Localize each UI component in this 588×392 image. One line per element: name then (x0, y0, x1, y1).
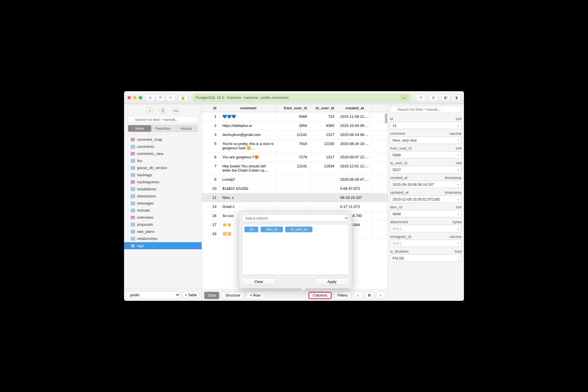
field-value-from_user_id[interactable]: 5569 (390, 151, 462, 159)
scrollbar-thumb[interactable] (385, 113, 387, 123)
cell[interactable]: 0-06 47.672 (338, 184, 372, 193)
table-row[interactable]: 5You're so pretty, this is a nice ni gor… (202, 139, 387, 153)
table-row[interactable]: 2https://tableplus.io165483832015-10-03 … (202, 121, 387, 130)
field-value-is_disabled[interactable]: FALSE (390, 254, 462, 262)
cell[interactable]: Lovely!! (220, 175, 277, 184)
sidebar-search-input[interactable] (127, 116, 198, 123)
filters-button[interactable]: Filters (334, 292, 351, 299)
sidebar-item-overviews[interactable]: overviews (124, 214, 202, 221)
cell[interactable]: Nice, v (220, 193, 277, 202)
sidebar-item-foo[interactable]: foo (124, 157, 202, 164)
next-page-button[interactable]: › (376, 292, 385, 299)
cell[interactable]: 1317 (311, 130, 338, 139)
cell[interactable]: 724 (311, 112, 338, 121)
cell[interactable]: 7178 (277, 153, 311, 161)
tab-items[interactable]: Items (128, 125, 151, 132)
column-chip[interactable]: item_id (261, 227, 283, 232)
cell[interactable]: 1 (202, 112, 220, 121)
tab-favorites[interactable]: Favorites (151, 125, 174, 132)
cell[interactable]: 5569 (277, 112, 311, 121)
commit-button[interactable]: ≡ (166, 94, 175, 101)
sidebar-item-relationships[interactable]: relationships (124, 235, 202, 242)
cell[interactable]: 09-19 24.337 (338, 193, 372, 202)
cell[interactable]: 12141 (277, 130, 311, 139)
field-value-created_at[interactable]: 2015-09-19 08:38:24.337 (390, 181, 462, 188)
inspector-search-input[interactable] (390, 106, 462, 113)
cell[interactable]: 2015-11-09 21:11:21.614 (338, 112, 372, 121)
cell[interactable]: 1654 (277, 121, 311, 130)
table-row[interactable]: 8Lovely!!2015-08-26 47.204 (202, 175, 387, 184)
cell[interactable]: 7910 (277, 139, 311, 152)
cell[interactable]: 2015-10-03 09:40:55.756 (338, 121, 372, 130)
sidebar-item-installations[interactable]: installations (124, 186, 202, 193)
toggle-right-panel-button[interactable]: ◨ (451, 94, 461, 101)
sidebar-item-mutuals[interactable]: mutuals (124, 207, 202, 214)
cell[interactable]: 0-17 11.573 (338, 202, 372, 211)
cell[interactable]: 17 (202, 220, 220, 229)
table-row[interactable]: 10$2a$10 4ZuS910-06 47.672 (202, 184, 387, 193)
sidebar-item-comments[interactable]: comments (124, 143, 202, 150)
columns-button[interactable]: Columns (308, 292, 331, 299)
sidebar-item-messages[interactable]: messages (124, 200, 202, 207)
toggle-left-panel-button[interactable]: ◧ (441, 94, 450, 101)
cell[interactable]: $2a$10 4ZuS91 (220, 184, 277, 193)
cell[interactable]: 2015-09-07 22:14:12.826 (338, 153, 372, 161)
cell[interactable]: 2015-08-26 47.204 (338, 175, 372, 184)
cell[interactable]: 2015-08-29 19:47:41.801 (338, 139, 372, 152)
table-row[interactable]: 14Great v0-17 11.573 (202, 202, 387, 211)
table-row[interactable]: 7Hey lovely! You should def. enter the C… (202, 162, 387, 175)
cell[interactable]: 12934 (311, 162, 338, 175)
col-to-user-id[interactable]: to_user_id (311, 104, 338, 112)
table-row[interactable]: 3duchuykun@gmail.com1214113172015-08-14 … (202, 130, 387, 139)
table-row[interactable]: 11Nice, v09-19 24.337 (202, 193, 387, 202)
sidebar-item-hashtags[interactable]: hashtags (124, 171, 202, 178)
cell[interactable] (311, 202, 338, 211)
add-table-button[interactable]: + Table (182, 291, 199, 299)
column-chip[interactable]: id (244, 227, 258, 232)
add-row-button[interactable]: + Row (246, 292, 264, 299)
field-value-item_id[interactable]: 9848 (390, 210, 462, 218)
cell[interactable]: You're so pretty, this is a nice ni gorg… (220, 139, 277, 152)
cell[interactable]: 12141 (277, 162, 311, 175)
prev-page-button[interactable]: ‹ (353, 292, 363, 299)
cell[interactable]: 11 (202, 193, 220, 202)
field-value-updated_at[interactable]: 2015-12-08 15:30:52.572182 (390, 195, 462, 203)
cell[interactable] (277, 202, 311, 211)
col-comment[interactable]: comment (220, 104, 277, 112)
col-from-user-id[interactable]: from_user_id (277, 104, 311, 112)
structure-tab[interactable]: Structure (221, 292, 244, 299)
cell[interactable]: 1317 (311, 153, 338, 161)
grid-view-button[interactable]: ⊞ (429, 94, 438, 101)
apply-button[interactable]: Apply (315, 278, 349, 285)
data-tab[interactable]: Data (204, 292, 219, 299)
table-row[interactable]: 6You are gorgeous !!😍717813172015-09-07 … (202, 153, 387, 162)
cell[interactable]: 16 (202, 211, 220, 220)
field-value-attachment[interactable]: NULL (390, 225, 462, 232)
field-value-to_user_id[interactable]: 5027 (390, 166, 462, 173)
cell[interactable]: 💙💙💙 (220, 112, 277, 121)
tab-history[interactable]: History (174, 125, 198, 132)
cell[interactable]: https://tableplus.io (220, 121, 277, 130)
schema-select[interactable]: public (126, 291, 180, 299)
cell[interactable]: Hey lovely! You should def. enter the Ch… (220, 162, 277, 175)
settings-button[interactable]: ⚙ (365, 292, 374, 299)
cell[interactable]: 2 (202, 121, 220, 130)
cell[interactable]: 19 (202, 229, 220, 238)
cell[interactable]: 8383 (311, 121, 338, 130)
col-created-at[interactable]: created_at (338, 104, 372, 112)
cell[interactable] (277, 175, 311, 184)
sidebar-item-tags[interactable]: tags (124, 242, 202, 249)
cell[interactable]: 3 (202, 130, 220, 139)
cell[interactable]: Great v (220, 202, 277, 211)
database-icon[interactable]: 🗄 (160, 108, 166, 114)
close-window-icon[interactable] (127, 96, 131, 99)
cell[interactable]: 2015-12-01 12:41:28.722 (338, 162, 372, 175)
cell[interactable]: 10 (202, 184, 220, 193)
cell[interactable]: You are gorgeous !!😍 (220, 153, 277, 161)
sidebar-item-rate_plans[interactable]: rate_plans (124, 228, 202, 235)
sql-icon[interactable]: SQL (173, 108, 179, 114)
preview-button[interactable]: 👁 (156, 94, 165, 101)
col-id[interactable]: id (202, 104, 220, 112)
cell[interactable]: 14 (202, 202, 220, 211)
cell[interactable] (311, 193, 338, 202)
